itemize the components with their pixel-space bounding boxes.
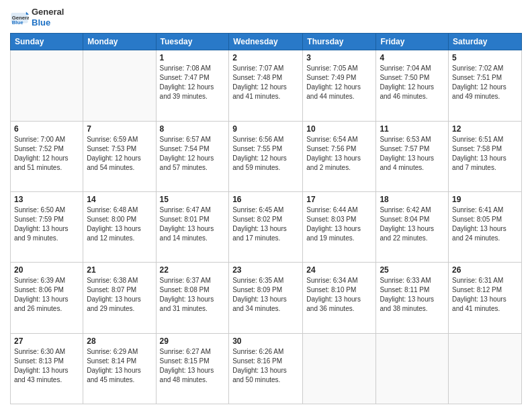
calendar-cell: 27Sunrise: 6:30 AM Sunset: 8:13 PM Dayli… xyxy=(11,333,83,404)
day-info: Sunrise: 7:04 AM Sunset: 7:50 PM Dayligh… xyxy=(380,64,445,101)
calendar-cell: 20Sunrise: 6:39 AM Sunset: 8:06 PM Dayli… xyxy=(11,263,83,333)
day-number: 4 xyxy=(380,53,445,62)
day-number: 26 xyxy=(452,265,518,275)
day-number: 22 xyxy=(160,265,226,275)
calendar-cell: 11Sunrise: 6:53 AM Sunset: 7:57 PM Dayli… xyxy=(376,121,449,191)
calendar-cell xyxy=(303,333,376,404)
calendar-cell xyxy=(11,50,83,121)
day-number: 9 xyxy=(232,124,299,134)
day-number: 6 xyxy=(14,124,79,134)
day-info: Sunrise: 6:33 AM Sunset: 8:11 PM Dayligh… xyxy=(380,276,445,314)
day-number: 19 xyxy=(452,195,518,204)
calendar-week-1: 1Sunrise: 7:08 AM Sunset: 7:47 PM Daylig… xyxy=(11,50,522,121)
calendar-cell: 28Sunrise: 6:29 AM Sunset: 8:14 PM Dayli… xyxy=(83,333,156,404)
calendar-cell: 6Sunrise: 7:00 AM Sunset: 7:52 PM Daylig… xyxy=(11,121,83,191)
day-number: 10 xyxy=(306,124,372,134)
day-number: 17 xyxy=(306,195,372,204)
day-number: 18 xyxy=(380,195,445,204)
calendar-cell: 5Sunrise: 7:02 AM Sunset: 7:51 PM Daylig… xyxy=(449,50,522,121)
day-info: Sunrise: 6:53 AM Sunset: 7:57 PM Dayligh… xyxy=(380,135,445,173)
day-number: 13 xyxy=(14,195,79,204)
calendar-cell: 3Sunrise: 7:05 AM Sunset: 7:49 PM Daylig… xyxy=(303,50,376,121)
calendar-cell: 12Sunrise: 6:51 AM Sunset: 7:58 PM Dayli… xyxy=(449,121,522,191)
day-number: 7 xyxy=(87,124,152,134)
day-info: Sunrise: 6:38 AM Sunset: 8:07 PM Dayligh… xyxy=(87,276,152,314)
day-info: Sunrise: 7:08 AM Sunset: 7:47 PM Dayligh… xyxy=(160,64,226,101)
day-number: 28 xyxy=(87,336,152,346)
col-wednesday: Wednesday xyxy=(229,34,303,50)
day-info: Sunrise: 6:34 AM Sunset: 8:10 PM Dayligh… xyxy=(306,276,372,314)
calendar-table: Sunday Monday Tuesday Wednesday Thursday… xyxy=(10,33,522,404)
calendar-week-4: 20Sunrise: 6:39 AM Sunset: 8:06 PM Dayli… xyxy=(11,263,522,333)
day-info: Sunrise: 6:31 AM Sunset: 8:12 PM Dayligh… xyxy=(452,276,518,314)
calendar-cell: 13Sunrise: 6:50 AM Sunset: 7:59 PM Dayli… xyxy=(11,191,83,262)
day-info: Sunrise: 7:02 AM Sunset: 7:51 PM Dayligh… xyxy=(452,64,518,101)
day-number: 29 xyxy=(160,336,226,346)
calendar-cell: 22Sunrise: 6:37 AM Sunset: 8:08 PM Dayli… xyxy=(156,263,229,333)
col-monday: Monday xyxy=(83,34,156,50)
day-info: Sunrise: 6:42 AM Sunset: 8:04 PM Dayligh… xyxy=(380,205,445,243)
day-info: Sunrise: 6:35 AM Sunset: 8:09 PM Dayligh… xyxy=(232,276,299,314)
day-number: 23 xyxy=(232,265,299,275)
day-number: 2 xyxy=(232,53,299,62)
day-number: 20 xyxy=(14,265,79,275)
calendar-cell: 17Sunrise: 6:44 AM Sunset: 8:03 PM Dayli… xyxy=(303,191,376,262)
calendar-cell: 24Sunrise: 6:34 AM Sunset: 8:10 PM Dayli… xyxy=(303,263,376,333)
calendar-week-2: 6Sunrise: 7:00 AM Sunset: 7:52 PM Daylig… xyxy=(11,121,522,191)
calendar-cell: 23Sunrise: 6:35 AM Sunset: 8:09 PM Dayli… xyxy=(229,263,303,333)
calendar-cell: 14Sunrise: 6:48 AM Sunset: 8:00 PM Dayli… xyxy=(83,191,156,262)
calendar-cell xyxy=(83,50,156,121)
day-info: Sunrise: 6:47 AM Sunset: 8:01 PM Dayligh… xyxy=(160,205,226,243)
calendar-cell: 8Sunrise: 6:57 AM Sunset: 7:54 PM Daylig… xyxy=(156,121,229,191)
day-number: 24 xyxy=(306,265,372,275)
day-info: Sunrise: 6:44 AM Sunset: 8:03 PM Dayligh… xyxy=(306,205,372,243)
day-info: Sunrise: 6:41 AM Sunset: 8:05 PM Dayligh… xyxy=(452,205,518,243)
col-thursday: Thursday xyxy=(303,34,376,50)
day-number: 8 xyxy=(160,124,226,134)
day-info: Sunrise: 6:27 AM Sunset: 8:15 PM Dayligh… xyxy=(160,347,226,385)
day-number: 30 xyxy=(232,336,299,346)
calendar-cell: 2Sunrise: 7:07 AM Sunset: 7:48 PM Daylig… xyxy=(229,50,303,121)
day-info: Sunrise: 6:59 AM Sunset: 7:53 PM Dayligh… xyxy=(87,135,152,173)
day-number: 14 xyxy=(87,195,152,204)
calendar-cell: 26Sunrise: 6:31 AM Sunset: 8:12 PM Dayli… xyxy=(449,263,522,333)
calendar-cell: 15Sunrise: 6:47 AM Sunset: 8:01 PM Dayli… xyxy=(156,191,229,262)
day-info: Sunrise: 6:26 AM Sunset: 8:16 PM Dayligh… xyxy=(232,347,299,385)
day-info: Sunrise: 7:05 AM Sunset: 7:49 PM Dayligh… xyxy=(306,64,372,101)
day-info: Sunrise: 6:57 AM Sunset: 7:54 PM Dayligh… xyxy=(160,135,226,173)
calendar-cell: 21Sunrise: 6:38 AM Sunset: 8:07 PM Dayli… xyxy=(83,263,156,333)
day-number: 21 xyxy=(87,265,152,275)
calendar-week-5: 27Sunrise: 6:30 AM Sunset: 8:13 PM Dayli… xyxy=(11,333,522,404)
day-info: Sunrise: 7:00 AM Sunset: 7:52 PM Dayligh… xyxy=(14,135,79,173)
calendar-cell: 1Sunrise: 7:08 AM Sunset: 7:47 PM Daylig… xyxy=(156,50,229,121)
day-number: 15 xyxy=(160,195,226,204)
calendar-cell: 16Sunrise: 6:45 AM Sunset: 8:02 PM Dayli… xyxy=(229,191,303,262)
day-number: 1 xyxy=(160,53,226,62)
day-info: Sunrise: 6:37 AM Sunset: 8:08 PM Dayligh… xyxy=(160,276,226,314)
calendar-cell xyxy=(376,333,449,404)
day-info: Sunrise: 6:30 AM Sunset: 8:13 PM Dayligh… xyxy=(14,347,79,385)
col-tuesday: Tuesday xyxy=(156,34,229,50)
calendar-cell: 25Sunrise: 6:33 AM Sunset: 8:11 PM Dayli… xyxy=(376,263,449,333)
svg-text:Blue: Blue xyxy=(12,19,24,25)
calendar-cell: 9Sunrise: 6:56 AM Sunset: 7:55 PM Daylig… xyxy=(229,121,303,191)
day-number: 12 xyxy=(452,124,518,134)
day-info: Sunrise: 6:56 AM Sunset: 7:55 PM Dayligh… xyxy=(232,135,299,173)
day-number: 27 xyxy=(14,336,79,346)
calendar-cell: 10Sunrise: 6:54 AM Sunset: 7:56 PM Dayli… xyxy=(303,121,376,191)
day-number: 25 xyxy=(380,265,445,275)
col-friday: Friday xyxy=(376,34,449,50)
page: General Blue General Blue Sunday Monday … xyxy=(0,0,532,411)
logo-general: General xyxy=(32,7,64,17)
calendar-cell: 29Sunrise: 6:27 AM Sunset: 8:15 PM Dayli… xyxy=(156,333,229,404)
calendar-cell: 19Sunrise: 6:41 AM Sunset: 8:05 PM Dayli… xyxy=(449,191,522,262)
calendar-cell: 7Sunrise: 6:59 AM Sunset: 7:53 PM Daylig… xyxy=(83,121,156,191)
calendar-cell xyxy=(449,333,522,404)
day-number: 3 xyxy=(306,53,372,62)
day-info: Sunrise: 6:50 AM Sunset: 7:59 PM Dayligh… xyxy=(14,205,79,243)
calendar-cell: 18Sunrise: 6:42 AM Sunset: 8:04 PM Dayli… xyxy=(376,191,449,262)
day-info: Sunrise: 6:54 AM Sunset: 7:56 PM Dayligh… xyxy=(306,135,372,173)
logo: General Blue General Blue xyxy=(10,7,64,28)
logo-icon: General Blue xyxy=(10,8,29,27)
header: General Blue General Blue xyxy=(10,7,522,28)
